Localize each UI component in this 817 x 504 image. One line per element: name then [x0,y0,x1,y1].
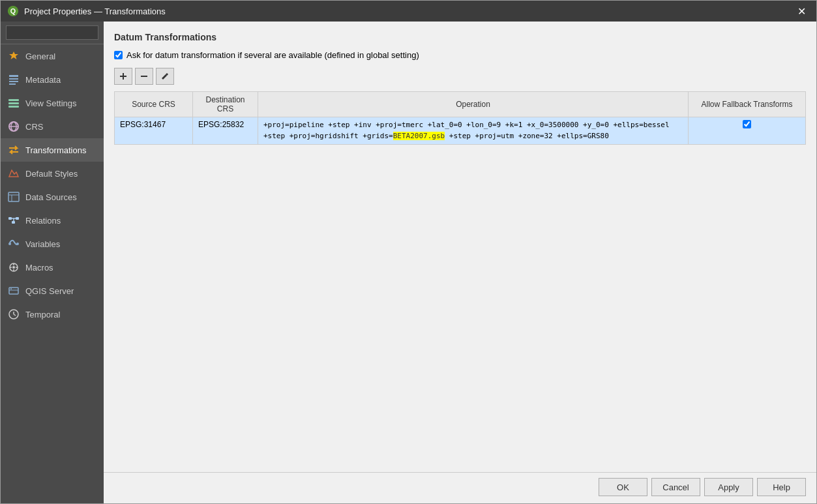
svg-point-30 [10,288,12,289]
svg-rect-7 [8,102,19,104]
sidebar-item-view-settings[interactable]: View Settings [1,91,104,115]
op-highlight: BETA2007.gsb [393,132,445,140]
svg-rect-28 [9,288,18,294]
col-header-operation: Operation [258,92,689,117]
sidebar-item-crs[interactable]: CRS [1,115,104,138]
col-header-fallback: Allow Fallback Transforms [689,92,806,117]
cell-fallback [689,117,806,145]
sidebar-item-temporal[interactable]: Temporal [1,303,104,326]
transformations-icon [7,143,20,156]
op-line1: +proj=pipeline +step +inv +proj=tmerc +l… [263,121,670,129]
svg-rect-15 [8,217,12,220]
qgis-server-icon [7,284,20,297]
temporal-icon [7,308,20,321]
edit-button[interactable] [156,68,174,85]
ok-button[interactable]: OK [599,478,647,496]
toolbar-row [114,68,806,85]
fallback-checkbox[interactable] [743,120,751,128]
app-logo-icon: Q [7,5,19,17]
relations-icon [7,214,20,227]
sidebar-label-view-settings: View Settings [25,98,77,108]
metadata-icon [7,73,20,86]
sidebar-item-macros[interactable]: Macros [1,256,104,279]
main-window: Q Project Properties — Transformations ✕… [0,0,817,504]
cancel-button[interactable]: Cancel [651,478,700,496]
col-header-dest-crs: Destination CRS [193,92,258,117]
sidebar-item-general[interactable]: General [1,44,104,68]
edit-icon [160,72,170,81]
general-icon [7,50,20,63]
svg-text:Q: Q [10,7,16,15]
main-body: General Metadata [1,22,816,503]
sidebar-item-data-sources[interactable]: Data Sources [1,185,104,209]
title-bar: Q Project Properties — Transformations ✕ [1,1,816,22]
sidebar-label-variables: Variables [25,239,60,249]
search-box[interactable] [1,22,104,44]
sidebar: General Metadata [1,22,104,503]
sidebar-item-metadata[interactable]: Metadata [1,68,104,91]
col-header-source-crs: Source CRS [115,92,193,117]
table-row[interactable]: EPSG:31467 EPSG:25832 +proj=pipeline +st… [115,117,806,145]
sidebar-label-transformations: Transformations [25,145,86,155]
op-line2-part1: +step +proj=hgridshift +grids= [263,132,393,140]
svg-point-21 [16,243,19,245]
panel-title: Datum Transformations [114,32,806,42]
svg-rect-4 [9,81,18,82]
ask-datum-checkbox[interactable] [114,51,123,59]
cell-source-crs: EPSG:31467 [115,117,193,145]
add-icon [119,72,128,81]
svg-rect-3 [9,78,18,80]
sidebar-label-crs: CRS [25,122,43,132]
close-button[interactable]: ✕ [794,4,810,19]
window-title: Project Properties — Transformations [24,7,166,16]
data-sources-icon [7,190,20,203]
ask-datum-label: Ask for datum transformation if several … [126,50,419,60]
svg-rect-6 [8,99,19,101]
view-settings-icon [7,96,20,110]
svg-point-20 [8,243,11,245]
sidebar-label-general: General [25,52,55,61]
transformations-table: Source CRS Destination CRS Operation All… [114,91,806,145]
svg-point-23 [12,266,15,269]
crs-icon [7,120,20,133]
bottom-bar: OK Cancel Apply Help [104,472,816,503]
sidebar-label-temporal: Temporal [25,310,60,319]
sidebar-item-default-styles[interactable]: Default Styles [1,162,104,185]
variables-icon [7,237,20,250]
svg-line-33 [14,314,16,316]
remove-icon [140,72,149,81]
sidebar-item-relations[interactable]: Relations [1,209,104,232]
sidebar-label-data-sources: Data Sources [25,192,77,202]
macros-icon [7,261,20,274]
sidebar-label-relations: Relations [25,216,61,226]
svg-rect-16 [16,217,19,220]
apply-button[interactable]: Apply [704,478,753,496]
sidebar-item-transformations[interactable]: Transformations [1,138,104,162]
default-styles-icon [7,167,20,180]
sidebar-label-qgis-server: QGIS Server [25,286,74,296]
cell-dest-crs: EPSG:25832 [193,117,258,145]
title-bar-left: Q Project Properties — Transformations [7,5,166,17]
svg-rect-8 [8,106,19,108]
svg-rect-12 [8,192,19,201]
sidebar-item-qgis-server[interactable]: QGIS Server [1,279,104,303]
op-line2-part2: +step +proj=utm +zone=32 +ellps=GRS80 [445,132,609,140]
help-button[interactable]: Help [757,478,806,496]
svg-rect-17 [12,221,15,224]
ask-datum-row: Ask for datum transformation if several … [114,50,806,60]
svg-rect-2 [9,75,18,77]
sidebar-label-macros: Macros [25,263,53,273]
svg-rect-5 [9,83,16,85]
remove-button[interactable] [135,68,153,85]
content-panel: Datum Transformations Ask for datum tran… [104,22,816,472]
add-button[interactable] [114,68,132,85]
sidebar-label-default-styles: Default Styles [25,169,78,179]
sidebar-item-variables[interactable]: Variables [1,232,104,256]
sidebar-label-metadata: Metadata [25,75,61,85]
cell-operation: +proj=pipeline +step +inv +proj=tmerc +l… [258,117,689,145]
search-input[interactable] [6,25,98,40]
content-area: Datum Transformations Ask for datum tran… [104,22,816,503]
